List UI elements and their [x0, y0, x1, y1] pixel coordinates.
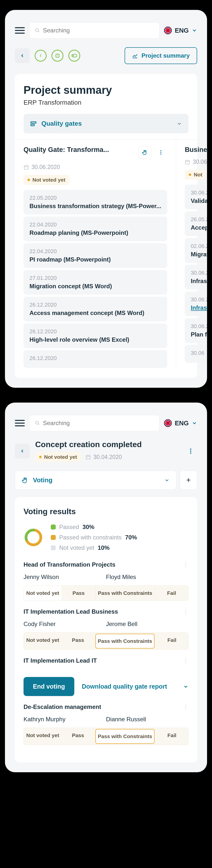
chevron-down-icon [177, 121, 182, 126]
list-item[interactable]: 22.05.2020 Business transformation strat… [24, 190, 167, 215]
list-item[interactable]: 22.04.2020 PI roadmap (MS-Powerpoint) [24, 243, 167, 268]
download-report-link[interactable]: Download quality gate report [82, 683, 188, 690]
list-item[interactable]: 30.06.2 Infrast [185, 265, 207, 289]
toggle-button[interactable] [68, 50, 80, 62]
vote-option[interactable]: Pass with Constraints [95, 586, 155, 600]
svg-point-12 [160, 154, 161, 155]
quality-gates-dropdown[interactable]: Quality gates [24, 114, 188, 133]
hand-icon [142, 150, 148, 155]
person-name: Dianne Russell [106, 716, 188, 723]
search-input[interactable] [43, 420, 154, 427]
vote-option[interactable]: Pass [62, 633, 94, 650]
dots-vertical-icon [160, 150, 161, 155]
legend-value: 70% [125, 534, 137, 541]
language-code: ENG [175, 27, 189, 34]
item-date: 27.01.2020 [29, 275, 161, 281]
list-item[interactable]: 26.12.2020 High-level role overview (MS … [24, 323, 167, 348]
more-button[interactable] [154, 146, 167, 159]
vote-option[interactable]: Pass with Constraints [95, 634, 155, 649]
language-selector[interactable]: ENG [164, 419, 197, 427]
legend-label: Passed [59, 524, 79, 530]
list-item[interactable]: 30.06.2 Validat [185, 185, 207, 209]
vote-option[interactable]: Pass [62, 728, 94, 745]
item-title: Infrast [191, 304, 207, 311]
role-section: IT Implementation Lead Business ⋮ Cody F… [24, 608, 188, 650]
item-date: 30.06.2 [191, 297, 207, 303]
svg-point-10 [160, 150, 161, 151]
list-item[interactable]: 30.06.2 Plan fo [185, 318, 207, 343]
vote-option[interactable]: Pass [62, 586, 95, 600]
list-item[interactable]: 26.05.2 Accep [185, 211, 207, 236]
results-title: Voting results [24, 507, 188, 516]
vote-option[interactable]: Pass with Constraints [95, 729, 155, 744]
names-row: Cody Fisher Jerome Bell [24, 621, 188, 627]
search-box[interactable] [29, 22, 159, 39]
menu-button[interactable] [15, 420, 25, 426]
vote-option[interactable]: Not voted yet [24, 586, 62, 600]
status-badge: Not voted yet [35, 452, 81, 462]
header: ENG [15, 415, 197, 431]
vote-option[interactable]: Not voted yet [24, 633, 62, 650]
list-item[interactable]: 26.12.2020 Access management concept (MS… [24, 297, 167, 321]
more-button[interactable]: ⋮ [183, 657, 188, 664]
item-date: 22.04.2020 [29, 221, 161, 228]
hand-button[interactable] [139, 146, 151, 159]
list-item[interactable]: 22.04.2020 Roadmap planing (MS-Powerpoin… [24, 217, 167, 241]
back-button[interactable] [15, 444, 30, 459]
person-name: Floyd Miles [106, 574, 188, 581]
column-title: Busine [185, 146, 207, 154]
vote-option[interactable]: Not voted yet [24, 728, 62, 745]
svg-point-11 [160, 152, 161, 153]
list-item[interactable]: 30.06 [185, 345, 207, 363]
page-subtitle: ERP Transformation [24, 99, 188, 106]
back-button[interactable] [15, 48, 30, 63]
svg-text:?: ? [57, 55, 58, 57]
voting-dropdown[interactable]: Voting [15, 471, 176, 490]
search-box[interactable] [29, 415, 159, 431]
item-title: High-level role overview (MS Excel) [29, 336, 161, 343]
vote-option[interactable]: Fail [155, 586, 188, 600]
legend-item: Passed 30% [51, 524, 137, 530]
dots-vertical-icon [190, 448, 191, 454]
project-summary-button[interactable]: Project summary [125, 47, 197, 64]
person-name: Jenny Wilson [24, 574, 106, 581]
svg-point-29 [190, 452, 191, 454]
donut-chart [24, 528, 43, 547]
more-button[interactable]: ⋮ [183, 609, 188, 615]
column-date: 30.06 [185, 159, 207, 165]
item-title: Access management concept (MS Word) [29, 310, 161, 316]
svg-point-2 [40, 55, 41, 55]
summary-button-label: Project summary [142, 52, 190, 59]
svg-rect-9 [31, 124, 34, 126]
list-item[interactable]: 27.01.2020 Migration concept (MS Word) [24, 270, 167, 295]
end-voting-button[interactable]: End voting [24, 677, 74, 696]
legend-item: Passed with constraints 70% [51, 534, 137, 541]
names-row: Jenny Wilson Floyd Miles [24, 574, 188, 581]
more-button[interactable]: ⋮ [183, 704, 188, 710]
svg-point-21 [36, 421, 39, 424]
info-icon [38, 53, 43, 58]
toolbar: ? Project summary [15, 47, 197, 64]
add-button[interactable]: + [180, 471, 197, 490]
info-button[interactable] [35, 50, 47, 62]
language-selector[interactable]: ENG [164, 27, 197, 34]
help-button[interactable]: ? [52, 50, 63, 62]
status-badge: Not voted yet [24, 175, 69, 185]
vote-option[interactable]: Fail [155, 728, 188, 745]
item-title: Migration concept (MS Word) [29, 283, 161, 290]
search-input[interactable] [43, 27, 154, 34]
item-date: 30.06 [191, 350, 207, 356]
more-button[interactable] [184, 445, 197, 458]
item-title: Infrast [191, 278, 207, 284]
chevron-down-icon [192, 28, 197, 33]
results-summary: Passed 30% Passed with constraints 70% N… [24, 524, 188, 551]
list-item[interactable]: 26.12.2020 [24, 350, 167, 368]
vote-option[interactable]: Fail [155, 633, 188, 650]
more-button[interactable]: ⋮ [183, 561, 188, 568]
list-item[interactable]: 02.06.2 Migrat [185, 238, 207, 263]
list-item[interactable]: 30.06.2 Infrast [185, 291, 207, 316]
phone-screen-1: ENG ? Project summary Proje [5, 10, 207, 388]
menu-button[interactable] [15, 27, 25, 34]
svg-rect-8 [31, 122, 36, 123]
svg-point-7 [72, 55, 74, 56]
